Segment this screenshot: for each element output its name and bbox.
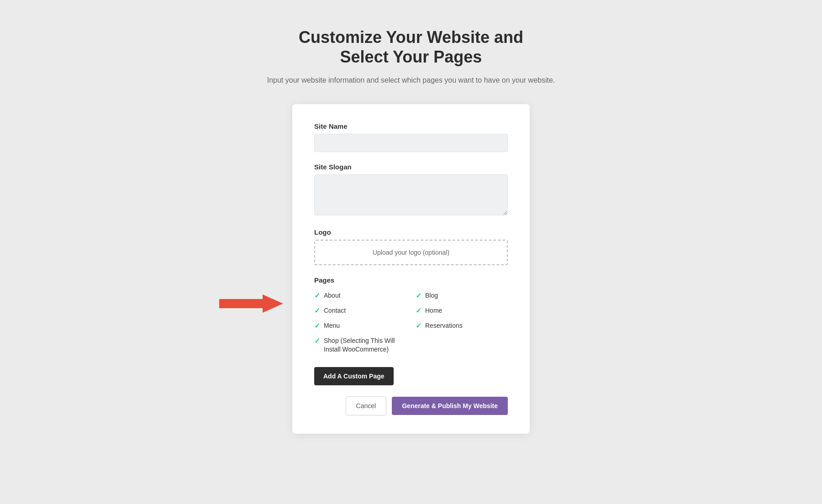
check-icon-shop: ✓	[314, 336, 320, 346]
arrow-pointer	[219, 292, 283, 315]
page-item-reservations[interactable]: ✓ Reservations	[416, 321, 508, 331]
site-name-label: Site Name	[314, 122, 508, 130]
add-custom-page-button[interactable]: Add A Custom Page	[314, 367, 394, 385]
page-item-blog[interactable]: ✓ Blog	[416, 291, 508, 301]
form-card: Site Name Site Slogan Logo Upload your l…	[292, 104, 530, 434]
page-item-label-reservations: Reservations	[425, 321, 463, 331]
pages-section: Pages ✓ About ✓ Blog ✓ Contact ✓	[314, 276, 508, 354]
page-header: Customize Your Website and Select Your P…	[267, 27, 555, 86]
add-custom-page-container: Add A Custom Page	[314, 367, 508, 396]
check-icon-contact: ✓	[314, 306, 320, 316]
page-item-label-about: About	[324, 291, 341, 300]
page-item-label-home: Home	[425, 306, 442, 315]
page-title: Customize Your Website and Select Your P…	[267, 27, 555, 67]
logo-upload-area[interactable]: Upload your logo (optional)	[314, 240, 508, 265]
form-actions: Cancel Generate & Publish My Website	[314, 396, 508, 415]
cancel-button[interactable]: Cancel	[346, 396, 387, 415]
check-icon-blog: ✓	[416, 291, 422, 301]
page-item-label-menu: Menu	[324, 321, 340, 331]
check-icon-about: ✓	[314, 291, 320, 301]
site-slogan-label: Site Slogan	[314, 163, 508, 171]
page-subtitle: Input your website information and selec…	[267, 75, 555, 86]
site-name-input[interactable]	[314, 134, 508, 152]
page-item-label-shop: Shop (Selecting This Will Install WooCom…	[324, 336, 406, 354]
pages-label: Pages	[314, 276, 508, 284]
site-name-group: Site Name	[314, 122, 508, 152]
page-item-contact[interactable]: ✓ Contact	[314, 306, 406, 316]
check-icon-reservations: ✓	[416, 321, 422, 331]
publish-button[interactable]: Generate & Publish My Website	[392, 397, 508, 415]
logo-group: Logo Upload your logo (optional)	[314, 228, 508, 265]
page-item-shop[interactable]: ✓ Shop (Selecting This Will Install WooC…	[314, 336, 406, 354]
pages-grid: ✓ About ✓ Blog ✓ Contact ✓ Home	[314, 291, 508, 354]
check-icon-menu: ✓	[314, 321, 320, 331]
page-item-about[interactable]: ✓ About	[314, 291, 406, 301]
form-wrapper: Site Name Site Slogan Logo Upload your l…	[292, 104, 530, 434]
check-icon-home: ✓	[416, 306, 422, 316]
svg-marker-0	[219, 294, 283, 313]
logo-label: Logo	[314, 228, 508, 236]
page-item-menu[interactable]: ✓ Menu	[314, 321, 406, 331]
site-slogan-group: Site Slogan	[314, 163, 508, 217]
page-item-label-blog: Blog	[425, 291, 438, 300]
page-item-label-contact: Contact	[324, 306, 346, 315]
page-item-home[interactable]: ✓ Home	[416, 306, 508, 316]
site-slogan-input[interactable]	[314, 174, 508, 215]
